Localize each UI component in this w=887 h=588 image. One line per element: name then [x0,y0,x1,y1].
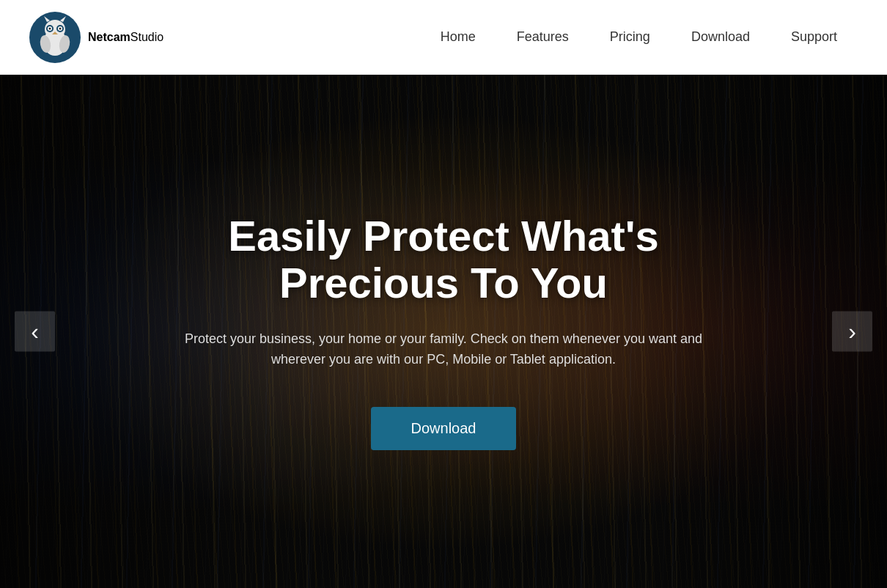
logo-text: NetcamStudio [88,31,163,44]
logo[interactable]: NetcamStudio [29,12,163,63]
logo-icon [29,12,81,63]
carousel-prev-button[interactable]: ‹ [15,312,55,352]
svg-point-8 [59,27,62,29]
hero-content: Easily Protect What's Precious To You Pr… [150,213,737,450]
svg-point-7 [49,27,51,29]
hero-subtitle: Protect your business, your home or your… [180,328,707,371]
carousel-next-button[interactable]: › [832,312,872,352]
nav-features[interactable]: Features [496,0,589,75]
hero-section: ‹ Easily Protect What's Precious To You … [0,75,887,588]
nav-download[interactable]: Download [671,0,770,75]
header: NetcamStudio Home Features Pricing Downl… [0,0,887,75]
hero-title: Easily Protect What's Precious To You [180,213,707,306]
nav-support[interactable]: Support [770,0,858,75]
nav-home[interactable]: Home [420,0,496,75]
hero-download-button[interactable]: Download [371,407,517,450]
chevron-left-icon: ‹ [31,318,39,345]
nav-pricing[interactable]: Pricing [589,0,671,75]
main-nav: Home Features Pricing Download Support [420,0,858,75]
chevron-right-icon: › [848,318,856,345]
